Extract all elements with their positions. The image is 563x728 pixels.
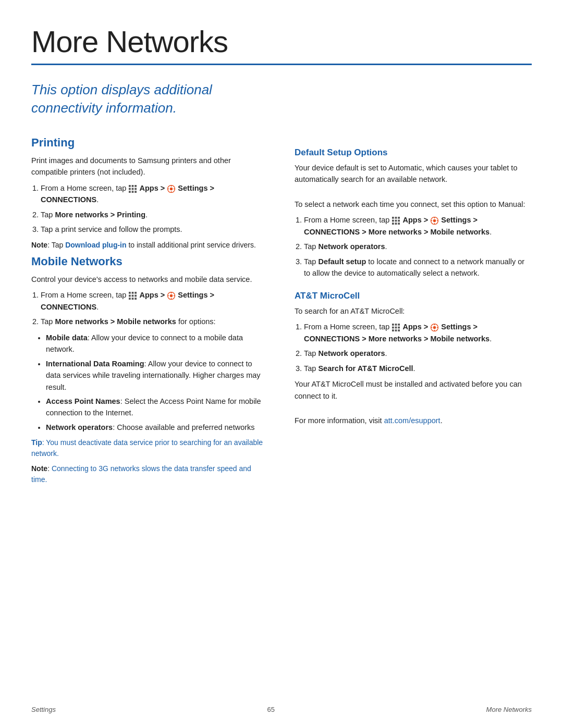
svg-rect-50 [398, 327, 400, 329]
svg-rect-30 [392, 217, 394, 219]
att-microcell-steps: From a Home screen, tap [304, 321, 532, 374]
settings-icon [167, 184, 175, 192]
settings-icon-3 [431, 216, 438, 224]
default-step-2: Tap Network operators. [304, 241, 532, 252]
mobile-step-1: From a Home screen, tap [41, 289, 268, 313]
svg-rect-6 [129, 191, 131, 193]
svg-rect-52 [395, 329, 397, 331]
att-step-1: From a Home screen, tap [304, 321, 532, 344]
mobile-step-2: Tap More networks > Mobile networks for … [41, 316, 268, 327]
footer-right-text: More Networks [486, 706, 532, 713]
mobile-networks-section-title: Mobile Networks [31, 255, 268, 268]
svg-rect-51 [392, 329, 394, 331]
svg-point-10 [170, 187, 173, 190]
title-divider [31, 64, 532, 65]
svg-rect-19 [132, 295, 134, 297]
printing-note: Note: Tap Download plug-in to install ad… [31, 240, 268, 251]
att-microcell-intro: To search for an AT&T MicroCell: [295, 305, 532, 317]
default-step-1: From a Home screen, tap [304, 214, 532, 238]
svg-rect-23 [135, 298, 137, 300]
svg-rect-20 [135, 295, 137, 297]
svg-rect-37 [395, 223, 397, 225]
svg-point-25 [170, 294, 173, 297]
svg-rect-1 [132, 185, 134, 187]
footer-left-text: Settings [31, 706, 56, 713]
printing-section-title: Printing [31, 136, 268, 150]
settings-connections-label: Settings > CONNECTIONS [41, 184, 214, 204]
svg-rect-3 [129, 188, 131, 190]
mobile-networks-intro: Control your device's access to networks… [31, 274, 268, 285]
default-setup-section: Default Setup Options Your device defaul… [295, 147, 532, 279]
svg-rect-8 [135, 191, 137, 193]
mobile-networks-section: Mobile Networks Control your device's ac… [31, 255, 268, 486]
svg-rect-4 [132, 188, 134, 190]
svg-rect-53 [398, 329, 400, 331]
svg-rect-34 [395, 220, 397, 222]
svg-rect-18 [129, 295, 131, 297]
settings-icon-2 [167, 291, 175, 299]
page-title: More Networks [31, 25, 532, 58]
default-setup-title: Default Setup Options [295, 147, 532, 158]
default-setup-intro: Your device default is set to Automatic,… [295, 162, 532, 186]
att-outro: Your AT&T MicroCell must be installed an… [295, 378, 532, 402]
apps-label: Apps > [139, 184, 165, 192]
svg-rect-31 [395, 217, 397, 219]
mobile-note: Note: Connecting to 3G networks slows th… [31, 463, 268, 485]
svg-rect-36 [392, 223, 394, 225]
svg-rect-48 [392, 327, 394, 329]
mobile-tip: Tip: You must deactivate data service pr… [31, 437, 268, 459]
two-column-layout: Printing Print images and documents to S… [31, 136, 532, 489]
printing-steps: From a Home screen, tap [41, 182, 268, 236]
apps-icon-4 [392, 323, 400, 331]
page: More Networks This option displays addit… [0, 0, 563, 728]
printing-intro: Print images and documents to Samsung pr… [31, 155, 268, 178]
default-step-3: Tap Default setup to locate and connect … [304, 256, 532, 279]
svg-rect-38 [398, 223, 400, 225]
svg-rect-49 [395, 327, 397, 329]
page-subtitle: This option displays additional connecti… [31, 81, 255, 117]
page-footer: Settings 65 More Networks [0, 706, 563, 713]
svg-point-40 [433, 219, 436, 222]
international-roaming-bullet: International Data Roaming: Allow your d… [46, 358, 268, 393]
svg-point-55 [433, 326, 436, 329]
mobile-networks-steps: From a Home screen, tap [41, 289, 268, 327]
svg-rect-46 [395, 324, 397, 326]
settings-icon-4 [431, 323, 438, 331]
svg-rect-0 [129, 185, 131, 187]
printing-step-1: From a Home screen, tap [41, 182, 268, 206]
default-setup-intro2: To select a network each time you connec… [295, 199, 532, 210]
svg-rect-7 [132, 191, 134, 193]
mobile-networks-bullets: Mobile data: Allow your device to connec… [46, 332, 268, 434]
access-point-bullet: Access Point Names: Select the Access Po… [46, 396, 268, 419]
att-step-2: Tap Network operators. [304, 348, 532, 359]
svg-rect-22 [132, 298, 134, 300]
printing-step-2: Tap More networks > Printing. [41, 209, 268, 220]
right-column: Default Setup Options Your device defaul… [295, 136, 532, 489]
att-microcell-section: AT&T MicroCell To search for an AT&T Mic… [295, 291, 532, 427]
footer-page-number: 65 [267, 706, 275, 713]
att-link-text: For more information, visit att.com/esup… [295, 415, 532, 426]
att-esupport-link[interactable]: att.com/esupport [384, 416, 440, 425]
apps-icon-2 [129, 291, 137, 299]
apps-icon [129, 184, 137, 192]
default-setup-steps: From a Home screen, tap [304, 214, 532, 279]
apps-icon-3 [392, 216, 400, 224]
svg-rect-35 [398, 220, 400, 222]
network-operators-bullet: Network operators: Choose available and … [46, 422, 268, 433]
svg-rect-5 [135, 188, 137, 190]
download-plugin-link[interactable]: Download plug-in [65, 241, 126, 249]
svg-rect-21 [129, 298, 131, 300]
svg-rect-17 [135, 292, 137, 294]
svg-rect-16 [132, 292, 134, 294]
svg-rect-45 [392, 324, 394, 326]
mobile-data-bullet: Mobile data: Allow your device to connec… [46, 332, 268, 355]
att-microcell-title: AT&T MicroCell [295, 291, 532, 301]
svg-rect-2 [135, 185, 137, 187]
svg-rect-32 [398, 217, 400, 219]
svg-rect-15 [129, 292, 131, 294]
svg-rect-47 [398, 324, 400, 326]
att-step-3: Tap Search for AT&T MicroCell. [304, 363, 532, 374]
printing-step-3: Tap a print service and follow the promp… [41, 224, 268, 235]
left-column: Printing Print images and documents to S… [31, 136, 268, 489]
printing-section: Printing Print images and documents to S… [31, 136, 268, 251]
